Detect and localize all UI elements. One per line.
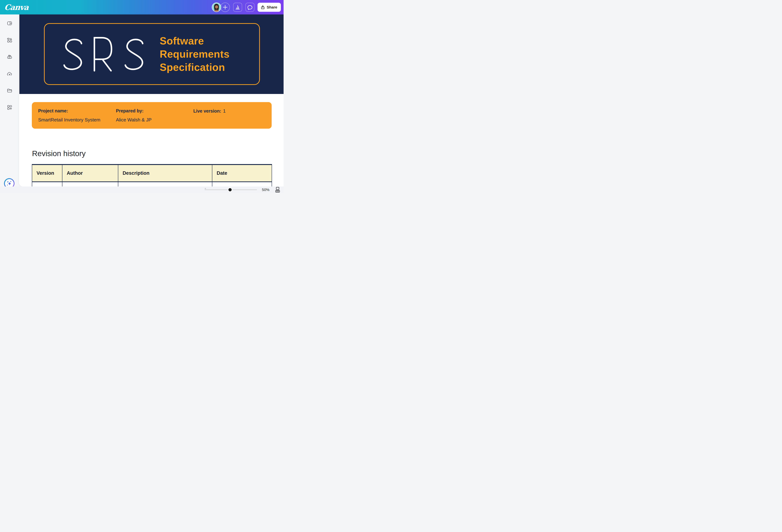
apps-icon bbox=[7, 105, 12, 110]
column-header-author[interactable]: Author bbox=[62, 165, 118, 182]
sidebar-item-elements[interactable] bbox=[4, 35, 15, 45]
zoom-slider[interactable] bbox=[205, 189, 257, 190]
srs-title-box[interactable]: Software Requirements Specification bbox=[44, 23, 260, 85]
prepared-by-label: Prepared by: bbox=[116, 108, 193, 113]
sidebar-item-apps[interactable] bbox=[4, 102, 15, 112]
insights-button[interactable] bbox=[233, 3, 242, 12]
project-name-label: Project name: bbox=[38, 108, 116, 113]
column-header-version[interactable]: Version bbox=[32, 165, 62, 182]
canva-editor-window: Canva bbox=[0, 0, 284, 193]
sparkles-icon bbox=[6, 180, 12, 187]
live-version-value: 1 bbox=[223, 108, 225, 114]
sidebar-item-projects[interactable] bbox=[4, 85, 15, 96]
comments-button[interactable] bbox=[245, 3, 254, 12]
table-header-row: Version Author Description Date bbox=[32, 165, 272, 182]
sidebar-item-brand[interactable]: co bbox=[4, 52, 15, 62]
workspace: co bbox=[0, 14, 284, 193]
doc-title-line: Software bbox=[160, 34, 229, 47]
svg-text:co: co bbox=[8, 57, 10, 59]
live-version-field[interactable]: Live version: 1 bbox=[193, 108, 226, 129]
topbar: Canva bbox=[0, 0, 284, 14]
share-button[interactable]: Share bbox=[257, 3, 281, 12]
doc-title-line: Requirements bbox=[160, 47, 229, 61]
table-cell[interactable] bbox=[212, 182, 272, 187]
revision-history-table[interactable]: Version Author Description Date bbox=[32, 164, 272, 187]
table-cell[interactable] bbox=[118, 182, 212, 187]
zoom-slider-thumb[interactable] bbox=[228, 188, 232, 191]
table-cell[interactable] bbox=[62, 182, 118, 187]
statusbar: 50% bbox=[0, 187, 284, 193]
avatar[interactable] bbox=[212, 3, 221, 12]
projects-icon bbox=[7, 88, 12, 93]
add-collaborator-button[interactable] bbox=[220, 3, 230, 12]
table-cell[interactable] bbox=[32, 182, 62, 187]
zoom-level: 50% bbox=[261, 188, 270, 192]
brand-icon: co bbox=[7, 54, 12, 60]
topbar-actions: Share bbox=[212, 3, 281, 12]
column-header-date[interactable]: Date bbox=[212, 165, 272, 182]
avatar-portrait bbox=[212, 3, 221, 11]
zoom-fit-marker bbox=[205, 188, 206, 189]
elements-icon bbox=[7, 37, 12, 43]
document-canvas[interactable]: Software Requirements Specification Proj… bbox=[19, 14, 284, 187]
sidebar-item-design[interactable] bbox=[4, 18, 15, 28]
srs-abbreviation[interactable] bbox=[61, 36, 147, 72]
project-info-banner[interactable]: Project name: SmartRetail Inventory Syst… bbox=[32, 102, 272, 129]
project-name-value: SmartRetail Inventory System bbox=[38, 117, 116, 123]
pages-grid-icon bbox=[275, 187, 281, 193]
share-label: Share bbox=[267, 5, 277, 9]
doc-title-line: Specification bbox=[160, 61, 229, 74]
insights-chart-icon bbox=[235, 4, 241, 10]
share-upload-icon bbox=[260, 5, 265, 9]
prepared-by-value: Alice Walsh & JP bbox=[116, 117, 193, 123]
table-row bbox=[32, 182, 272, 187]
column-header-description[interactable]: Description bbox=[118, 165, 212, 182]
project-name-field[interactable]: Project name: SmartRetail Inventory Syst… bbox=[38, 108, 116, 129]
live-version-label: Live version: bbox=[193, 108, 221, 114]
sidebar-item-uploads[interactable] bbox=[4, 69, 15, 79]
doc-header-block[interactable]: Software Requirements Specification bbox=[20, 14, 284, 94]
prepared-by-field[interactable]: Prepared by: Alice Walsh & JP bbox=[116, 108, 193, 129]
doc-title[interactable]: Software Requirements Specification bbox=[160, 34, 229, 74]
plus-icon bbox=[222, 4, 228, 10]
comment-bubble-icon bbox=[247, 4, 253, 10]
sidebar: co bbox=[0, 14, 19, 193]
canva-logo[interactable]: Canva bbox=[4, 3, 29, 12]
pages-view-button[interactable] bbox=[275, 187, 281, 193]
revision-history-heading[interactable]: Revision history bbox=[32, 149, 284, 158]
uploads-icon bbox=[7, 71, 12, 76]
design-icon bbox=[7, 21, 12, 26]
